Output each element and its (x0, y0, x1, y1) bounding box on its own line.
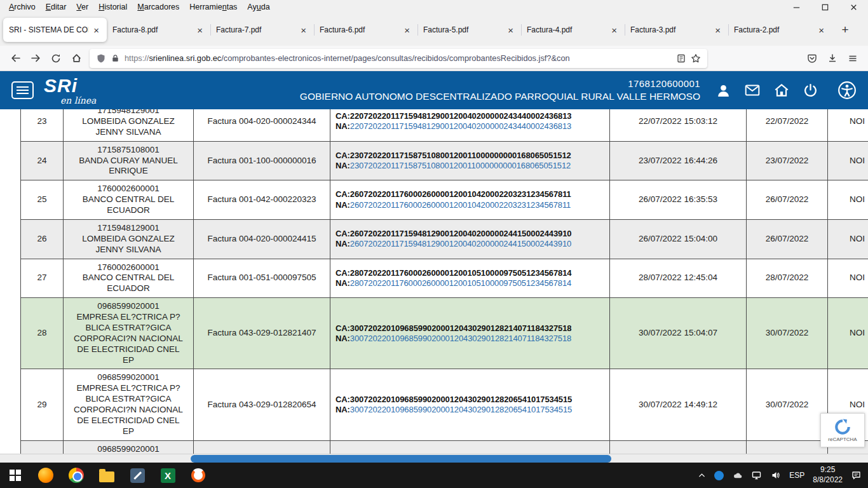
accessibility-button[interactable] (837, 81, 857, 100)
sri-menu-button[interactable] (11, 81, 34, 99)
user-profile-button[interactable] (715, 83, 731, 98)
forward-button[interactable] (25, 49, 46, 68)
horizontal-scrollbar[interactable] (0, 454, 868, 463)
authorization-number-link[interactable]: 2607202201176000260000120010420002203231… (350, 200, 571, 210)
messages-button[interactable] (744, 82, 761, 98)
tab-factura-6-pdf[interactable]: Factura-6.pdf× (314, 18, 417, 42)
menu-ver[interactable]: Ver (71, 0, 93, 14)
taskbar-excel[interactable]: X (153, 463, 183, 488)
tab-factura-3-pdf[interactable]: Factura-3.pdf× (625, 18, 728, 42)
authorization-number-link[interactable]: 2307202201171587510800120011000000000168… (350, 161, 571, 170)
authorization-number-link[interactable]: 2607202201171594812900120040200000244150… (350, 239, 571, 248)
maximize-button[interactable] (811, 0, 839, 14)
table-row[interactable]: 26 1715948129001 LOMBEIDA GONZALEZ JENNY… (20, 220, 868, 259)
lock-icon[interactable] (111, 53, 120, 63)
table-row[interactable]: 24 1715875108001 BANDA CURAY MANUEL ENRI… (20, 142, 868, 181)
menu-marcadores[interactable]: Marcadores (132, 0, 184, 14)
start-button[interactable] (0, 463, 31, 488)
recaptcha-icon (834, 419, 851, 435)
authorization-number-link[interactable]: 2807202201176000260000120010510000975051… (350, 278, 571, 288)
menu-historial[interactable]: Historial (93, 0, 132, 14)
tab-factura-5-pdf[interactable]: Factura-5.pdf× (417, 18, 521, 42)
menu-ayuda[interactable]: Ayuda (242, 0, 275, 14)
table-row[interactable]: 27 1760002600001 BANCO CENTRAL DEL ECUAD… (20, 259, 868, 299)
status-text: NOI (850, 234, 865, 245)
language-indicator[interactable]: ESP (789, 471, 804, 480)
tab-close-icon[interactable]: × (92, 25, 101, 36)
tray-app-button[interactable] (714, 471, 724, 480)
downloads-button[interactable] (822, 49, 843, 68)
tab-factura-7-pdf[interactable]: Factura-7.pdf× (210, 18, 314, 42)
tray-cloud-button[interactable] (732, 471, 743, 480)
tab-close-icon[interactable]: × (506, 25, 515, 36)
access-key-value: 2607202201171594812900120040200000244150… (350, 229, 572, 238)
tracking-shield-icon[interactable] (96, 53, 106, 64)
authorization-number-link[interactable]: 2207202201171594812900120040200000243440… (350, 121, 571, 131)
table-row[interactable]: 30 0968599020001 EMPRESA EL?CTRICA P?BLI… (20, 441, 868, 454)
reload-button[interactable] (46, 49, 66, 68)
taxpayer-identity: 1768120600001 GOBIERNO AUTONOMO DESCENTR… (300, 78, 700, 102)
url-text[interactable]: https://srienlinea.sri.gob.ec/comprobant… (125, 53, 672, 63)
reader-mode-icon[interactable] (676, 53, 686, 64)
authorization-number-link[interactable]: 3007202201096859902000120430290128206541… (350, 405, 572, 414)
tab-close-icon[interactable]: × (299, 25, 308, 36)
issuer-name: BANCO CENTRAL DEL ECUADOR (71, 273, 186, 294)
access-key-cell: CA:2207202201171594812900120040200000243… (330, 109, 610, 141)
volume-button[interactable] (770, 470, 781, 480)
tab-close-icon[interactable]: × (817, 25, 826, 36)
scrollbar-thumb[interactable] (191, 455, 611, 463)
taskbar-foxit[interactable] (183, 463, 214, 488)
minimize-button[interactable] (782, 0, 811, 14)
authorization-number-link[interactable]: 3007202201096859902000120430290128214071… (350, 334, 571, 343)
network-button[interactable] (751, 470, 762, 480)
menu-herramientas[interactable]: Herramientas (184, 0, 242, 14)
action-center-button[interactable] (851, 470, 862, 480)
app-menu-button[interactable] (843, 49, 863, 68)
pocket-button[interactable] (802, 49, 822, 68)
taskbar-chrome[interactable] (61, 463, 92, 488)
tab-close-icon[interactable]: × (609, 25, 619, 36)
home-white-icon (773, 82, 790, 98)
taxpayer-ruc: 1768120600001 (300, 78, 700, 89)
recaptcha-badge[interactable]: reCAPTCHA (820, 413, 865, 447)
logout-button[interactable] (803, 83, 818, 98)
table-row[interactable]: 25 1760002600001 BANCO CENTRAL DEL ECUAD… (20, 180, 868, 220)
access-key-line: CA:2207202201171594812900120040200000243… (336, 111, 571, 121)
authorization-number-line: NA:2307202201171587510800120011000000000… (336, 161, 571, 171)
authorization-datetime: 30/07/2022 15:01:51 (610, 441, 747, 454)
status-text: NOI (850, 400, 865, 410)
tab-close-icon[interactable]: × (195, 25, 205, 36)
document-label: Factura 004-020-000024344 (207, 116, 316, 127)
tab-factura-2-pdf[interactable]: Factura-2.pdf× (728, 18, 832, 42)
taskbar-firefox[interactable] (31, 463, 61, 488)
home-portal-button[interactable] (773, 82, 790, 98)
url-path: /comprobantes-electronicos-internet/page… (221, 53, 569, 63)
tab-close-icon[interactable]: × (402, 25, 412, 36)
hidden-icons-button[interactable] (698, 471, 706, 480)
authorization-datetime: 26/07/2022 15:04:00 (610, 220, 747, 259)
bookmark-star-icon[interactable] (691, 53, 701, 64)
tab-close-icon[interactable]: × (713, 25, 722, 36)
access-key-line: CA:2307202201171587510800120011000000000… (336, 151, 571, 161)
new-tab-button[interactable]: + (836, 20, 855, 39)
document-label: Factura 001-042-000220323 (207, 194, 316, 205)
taskbar-pen-app[interactable] (122, 463, 153, 488)
address-bar[interactable]: https://srienlinea.sri.gob.ec/comprobant… (90, 49, 707, 68)
clock[interactable]: 9:25 8/8/2022 (813, 465, 843, 485)
table-row[interactable]: 29 0968599020001 EMPRESA EL?CTRICA P?BLI… (20, 369, 868, 440)
table-row[interactable]: 28 0968599020001 EMPRESA EL?CTRICA P?BLI… (20, 298, 868, 369)
tab-factura-8-pdf[interactable]: Factura-8.pdf× (107, 18, 210, 42)
status-cell: NOI (828, 180, 868, 219)
emission-date: 30/07/2022 (747, 441, 828, 454)
excel-icon: X (161, 468, 175, 483)
back-button[interactable] (5, 49, 25, 68)
menu-archivo[interactable]: Archivo (4, 0, 41, 14)
table-row[interactable]: 23 1715948129001 LOMBEIDA GONZALEZ JENNY… (20, 109, 868, 142)
tab-sri-sistema-de-comp[interactable]: SRI - SISTEMA DE COMP× (3, 18, 107, 42)
menu-editar[interactable]: Editar (41, 0, 72, 14)
user-icon (715, 83, 731, 98)
close-button[interactable] (839, 0, 868, 14)
taskbar-file-explorer[interactable] (92, 463, 122, 488)
tab-factura-4-pdf[interactable]: Factura-4.pdf× (521, 18, 625, 42)
home-button[interactable] (66, 49, 86, 68)
